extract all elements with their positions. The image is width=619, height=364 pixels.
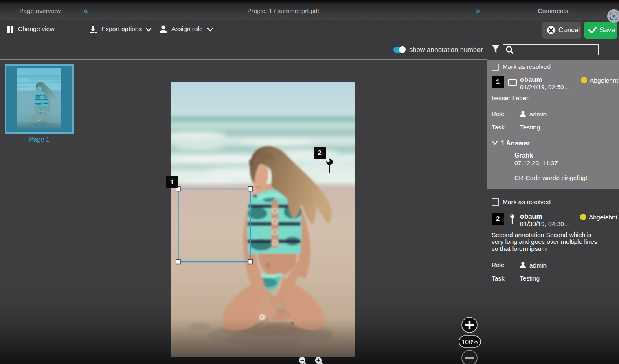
svg-text:100%: 100% bbox=[462, 338, 478, 345]
